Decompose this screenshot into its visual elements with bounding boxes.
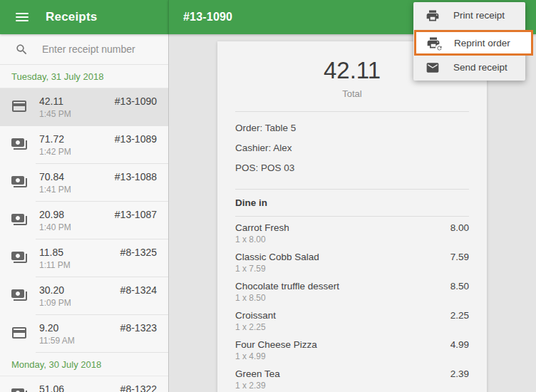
- receipt-meta: Order: Table 5 Cashier: Alex POS: POS 03: [217, 112, 487, 189]
- date-label: Tuesday, 31 July 2018: [11, 71, 103, 82]
- receipt-number: #8-1323: [120, 322, 157, 334]
- menu-item-reprint-order[interactable]: Reprint order: [414, 30, 533, 56]
- receipt-detail-title: #13-1090: [183, 11, 232, 24]
- item-qty: 1 x 8.00: [235, 234, 469, 244]
- meta-cashier: Cashier: Alex: [235, 143, 469, 153]
- cash-icon: [11, 249, 28, 266]
- receipt-row[interactable]: 30.20 1:09 PM #8-1324: [0, 277, 168, 315]
- search-icon: [15, 43, 29, 56]
- receipt-row[interactable]: 70.84 1:41 PM #13-1088: [0, 164, 168, 202]
- receipt-number: #13-1090: [115, 96, 157, 107]
- item-qty: 1 x 4.99: [235, 351, 469, 361]
- receipt-row[interactable]: 9.20 11:59 AM #8-1323: [0, 315, 168, 353]
- total-label: Total: [217, 88, 487, 99]
- app-title: Receipts: [46, 10, 97, 24]
- menu-item-print-receipt[interactable]: Print receipt: [413, 2, 525, 29]
- email-icon: [426, 61, 440, 75]
- print-icon: [426, 9, 440, 23]
- receipt-item: Four Cheese Pizza4.99 1 x 4.99: [235, 339, 469, 361]
- item-price: 7.59: [450, 252, 469, 262]
- receipt-row[interactable]: 71.72 1:42 PM #13-1089: [0, 126, 168, 164]
- receipt-item: Carrot Fresh8.00 1 x 8.00: [235, 222, 469, 244]
- receipt-row[interactable]: 11.85 1:11 PM #8-1325: [0, 239, 168, 277]
- date-label: Monday, 30 July 2018: [11, 359, 101, 370]
- item-name: Carrot Fresh: [235, 222, 289, 233]
- receipt-item: Green Tea2.39 1 x 2.39: [235, 368, 469, 391]
- receipt-items: Carrot Fresh8.00 1 x 8.00 Classic Cobb S…: [217, 217, 487, 392]
- receipt-time: 1:09 PM: [39, 298, 71, 308]
- receipt-amount: 20.98: [39, 209, 71, 220]
- item-name: Green Tea: [235, 368, 280, 379]
- cash-icon: [11, 135, 28, 153]
- item-price: 2.25: [450, 310, 469, 321]
- item-qty: 1 x 8.50: [235, 293, 469, 303]
- item-price: 4.99: [450, 339, 469, 350]
- item-price: 8.00: [450, 222, 469, 233]
- receipt-number: #13-1088: [115, 171, 157, 182]
- receipt-amount: 70.84: [39, 171, 71, 182]
- date-header: Monday, 30 July 2018: [0, 353, 168, 376]
- receipt-row[interactable]: 42.11 1:45 PM #13-1090: [0, 88, 168, 126]
- receipt-time: 1:41 PM: [39, 185, 71, 195]
- item-qty: 1 x 7.59: [235, 264, 469, 274]
- receipt-amount: 71.72: [39, 133, 71, 145]
- receipt-row[interactable]: 51.06 #8-1322: [0, 376, 168, 392]
- date-header: Tuesday, 31 July 2018: [0, 65, 168, 88]
- receipt-number: #13-1089: [115, 133, 157, 145]
- receipt-number: #8-1322: [120, 383, 157, 392]
- receipt-number: #8-1325: [120, 247, 157, 258]
- item-name: Four Cheese Pizza: [235, 339, 317, 350]
- receipt-time: 1:42 PM: [39, 147, 71, 157]
- sidebar-main-divider: [168, 0, 169, 392]
- item-qty: 1 x 2.39: [235, 381, 469, 391]
- menu-item-label: Send receipt: [453, 62, 507, 73]
- refresh-badge-icon: [436, 44, 443, 52]
- receipt-row[interactable]: 20.98 1:40 PM #13-1087: [0, 202, 168, 239]
- row-divider: [36, 352, 168, 353]
- receipt-card: 42.11 Total Order: Table 5 Cashier: Alex…: [217, 41, 487, 392]
- menu-item-send-receipt[interactable]: Send receipt: [413, 54, 525, 81]
- receipts-sidebar: Receipts Tuesday, 31 July 2018 42.11 1:4…: [0, 0, 168, 392]
- receipt-amount: 30.20: [39, 284, 71, 296]
- menu-item-label: Reprint order: [454, 38, 510, 48]
- cash-icon: [11, 211, 28, 228]
- search-input[interactable]: [41, 43, 158, 56]
- receipt-amount: 11.85: [39, 247, 71, 258]
- receipt-time: 1:45 PM: [39, 109, 71, 119]
- sidebar-header: Receipts: [0, 0, 168, 34]
- menu-item-label: Print receipt: [453, 10, 505, 21]
- reprint-order-icon: [426, 36, 440, 50]
- receipt-time: 1:11 PM: [39, 260, 71, 270]
- order-type: Dine in: [217, 190, 487, 216]
- receipt-item: Chocolate truffle dessert8.50 1 x 8.50: [235, 281, 469, 303]
- receipt-number: #8-1324: [120, 284, 157, 296]
- cash-icon: [11, 287, 28, 304]
- item-price: 2.39: [450, 368, 469, 379]
- item-qty: 1 x 2.25: [235, 322, 469, 332]
- receipt-amount: 42.11: [39, 96, 71, 107]
- credit-card-icon: [11, 98, 28, 115]
- item-name: Classic Cobb Salad: [235, 252, 319, 262]
- cash-icon: [11, 386, 28, 392]
- receipt-search: [0, 34, 168, 65]
- receipt-item: Croissant2.25 1 x 2.25: [235, 310, 469, 332]
- meta-order: Order: Table 5: [235, 123, 469, 133]
- meta-pos: POS: POS 03: [235, 163, 469, 173]
- cash-icon: [11, 173, 28, 190]
- item-price: 8.50: [450, 281, 469, 292]
- receipt-time: 1:40 PM: [39, 222, 71, 232]
- receipt-amount: 51.06: [39, 383, 64, 392]
- menu-icon[interactable]: [16, 11, 29, 24]
- item-name: Chocolate truffle dessert: [235, 281, 339, 292]
- receipt-number: #13-1087: [115, 209, 157, 220]
- credit-card-icon: [11, 324, 28, 341]
- receipt-amount: 9.20: [39, 322, 75, 334]
- item-name: Croissant: [235, 310, 276, 321]
- receipt-item: Classic Cobb Salad7.59 1 x 7.59: [235, 252, 469, 274]
- receipt-time: 11:59 AM: [39, 336, 75, 346]
- receipt-actions-menu: Print receipt Reprint order Send receipt: [413, 2, 525, 81]
